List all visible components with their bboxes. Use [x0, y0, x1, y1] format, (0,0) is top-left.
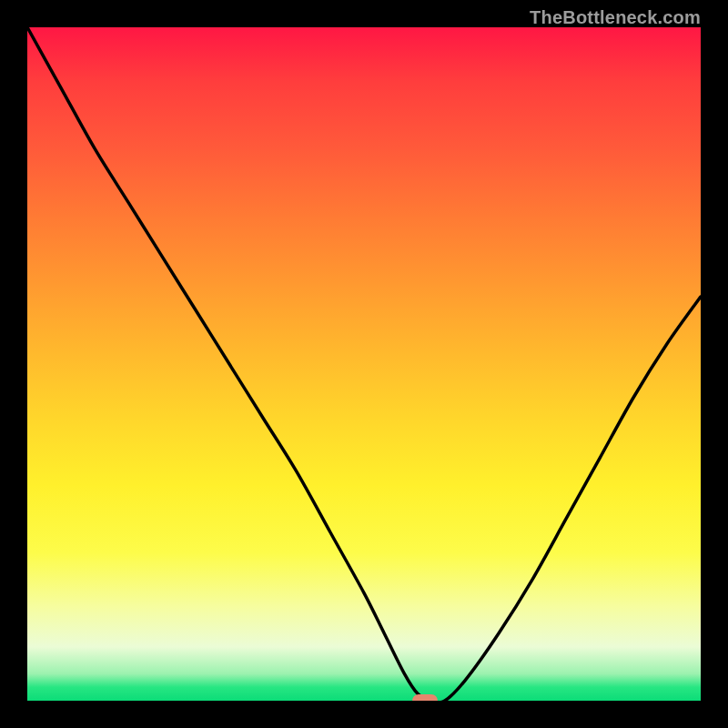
bottleneck-curve: [27, 27, 701, 701]
bottleneck-marker: [412, 694, 438, 701]
plot-area: [27, 27, 701, 701]
attribution-label: TheBottleneck.com: [530, 7, 701, 28]
chart-frame: TheBottleneck.com: [0, 0, 728, 728]
